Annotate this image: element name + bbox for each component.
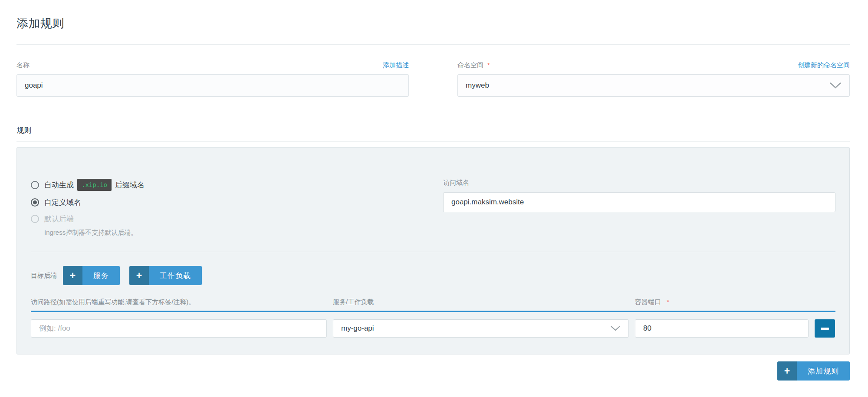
add-description-link[interactable]: 添加描述 [383, 61, 409, 69]
service-select[interactable]: my-go-api [333, 319, 629, 338]
create-namespace-link[interactable]: 创建新的命名空间 [798, 61, 850, 69]
custom-domain-label: 自定义域名 [44, 197, 81, 207]
namespace-label-wrap: 命名空间 * [457, 61, 490, 69]
rule-panel-top: 自动生成 .xip.io 后缀域名 自定义域名 默认后端 Ingress控制器不… [31, 148, 835, 237]
panel-divider [31, 252, 835, 252]
auto-domain-suffix: 后缀域名 [115, 180, 145, 190]
host-label: 访问域名 [443, 179, 835, 187]
page-title: 添加规则 [16, 16, 850, 31]
chevron-down-icon [610, 325, 621, 331]
radio-checked-icon[interactable] [31, 198, 39, 207]
service-column-header: 服务/工作负载 [333, 298, 629, 306]
path-table-row: my-go-api [31, 319, 835, 338]
radio-custom-domain[interactable]: 自定义域名 [31, 197, 443, 207]
path-table: 访问路径(如需使用后端重写功能,请查看下方标签/注释)。 服务/工作负载 容器端… [31, 298, 835, 338]
required-asterisk: * [667, 298, 669, 305]
spacer [16, 142, 850, 147]
add-service-button-label: 服务 [82, 266, 120, 285]
path-column-header: 访问路径(如需使用后端重写功能,请查看下方标签/注释)。 [31, 298, 327, 306]
xip-io-badge: .xip.io [77, 179, 112, 191]
chevron-down-icon [829, 82, 842, 89]
port-input[interactable] [635, 319, 809, 338]
host-field-group: 访问域名 [443, 179, 835, 237]
plus-icon: + [129, 266, 149, 285]
namespace-label: 命名空间 [457, 61, 483, 69]
add-service-button[interactable]: + 服务 [63, 266, 120, 285]
namespace-select[interactable]: myweb [457, 74, 850, 97]
plus-icon: + [63, 266, 82, 285]
footer-actions: + 添加规则 [16, 361, 850, 381]
radio-unchecked-icon[interactable] [31, 181, 39, 189]
rule-panel: 自动生成 .xip.io 后缀域名 自定义域名 默认后端 Ingress控制器不… [16, 147, 850, 354]
path-table-header: 访问路径(如需使用后端重写功能,请查看下方标签/注释)。 服务/工作负载 容器端… [31, 298, 835, 312]
name-label-row: 名称 添加描述 [16, 61, 409, 69]
add-workload-button[interactable]: + 工作负载 [129, 266, 202, 285]
target-backend-label: 目标后端 [31, 272, 57, 280]
namespace-field-group: 命名空间 * 创建新的命名空间 myweb [457, 61, 850, 97]
domain-radio-group: 自动生成 .xip.io 后缀域名 自定义域名 默认后端 Ingress控制器不… [31, 179, 443, 237]
namespace-select-value: myweb [466, 81, 489, 90]
name-label: 名称 [16, 61, 30, 69]
host-input[interactable] [443, 192, 835, 212]
default-backend-label: 默认后端 [44, 214, 74, 224]
name-input[interactable] [16, 74, 409, 97]
add-workload-button-label: 工作负载 [149, 266, 202, 285]
add-rule-button[interactable]: + 添加规则 [777, 361, 850, 381]
auto-domain-prefix: 自动生成 [44, 180, 74, 190]
add-rule-button-label: 添加规则 [797, 361, 850, 381]
remove-row-button[interactable] [815, 319, 835, 338]
header-divider [16, 44, 850, 45]
top-form: 名称 添加描述 命名空间 * 创建新的命名空间 myweb [16, 61, 850, 97]
path-input[interactable] [31, 319, 327, 338]
port-header-text: 容器端口 [635, 298, 661, 305]
namespace-label-row: 命名空间 * 创建新的命名空间 [457, 61, 850, 69]
plus-icon: + [777, 361, 797, 381]
target-backend-row: 目标后端 + 服务 + 工作负载 [31, 266, 835, 285]
port-column-header: 容器端口 * [635, 298, 809, 306]
add-rule-page: 添加规则 名称 添加描述 命名空间 * 创建新的命名空间 myweb [0, 0, 868, 397]
radio-default-backend: 默认后端 [31, 214, 443, 224]
radio-disabled-icon [31, 215, 39, 223]
rules-section-title: 规则 [16, 125, 850, 135]
minus-icon [821, 328, 829, 330]
radio-auto-domain[interactable]: 自动生成 .xip.io 后缀域名 [31, 179, 443, 191]
required-asterisk: * [487, 61, 490, 69]
default-backend-note: Ingress控制器不支持默认后端。 [44, 229, 443, 237]
service-select-value: my-go-api [341, 324, 374, 333]
remove-column-header [815, 298, 835, 306]
name-field-group: 名称 添加描述 [16, 61, 409, 97]
